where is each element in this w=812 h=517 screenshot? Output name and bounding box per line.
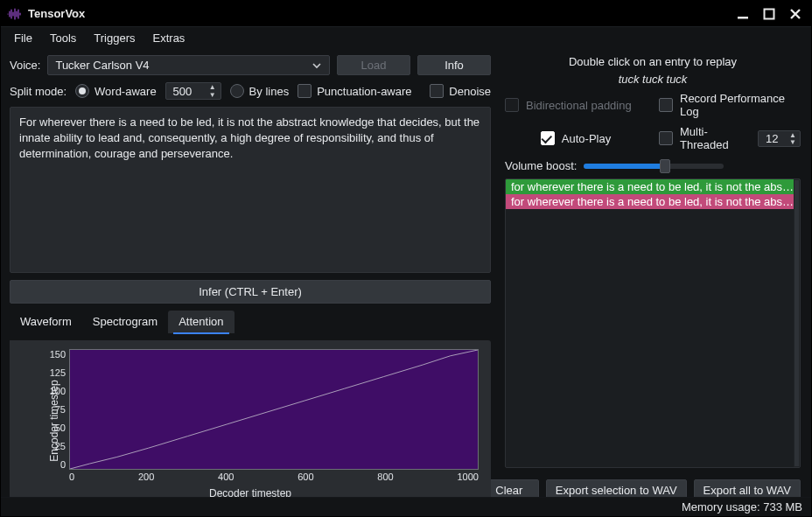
history-list[interactable]: for wherever there is a need to be led, … <box>505 178 801 468</box>
tab-attention[interactable]: Attention <box>168 311 234 333</box>
chart-xlabel: Decoder timestep <box>209 487 291 497</box>
opt-record-perf: Record Performance Log <box>659 92 801 118</box>
app-title: TensorVox <box>28 7 85 20</box>
menu-tools[interactable]: Tools <box>42 30 84 46</box>
minimize-button[interactable] <box>732 5 753 23</box>
opt-auto-play: Auto-Play <box>505 131 647 145</box>
radio-by-lines[interactable] <box>230 84 244 98</box>
volume-handle[interactable] <box>660 159 670 173</box>
chevron-up-icon[interactable]: ▲ <box>206 83 219 91</box>
split-by-lines-group: By lines <box>230 84 290 98</box>
right-panel: Double click on an entry to replay tuck … <box>498 48 811 497</box>
svg-rect-9 <box>765 9 774 18</box>
voice-row: Voice: Tucker Carlson V4 Load Info <box>10 55 491 75</box>
info-button[interactable]: Info <box>417 55 491 75</box>
export-selection-button[interactable]: Export selection to WAV <box>546 479 687 497</box>
check-bidi-padding[interactable] <box>505 98 519 112</box>
load-button[interactable]: Load <box>337 55 410 75</box>
menu-file[interactable]: File <box>6 30 40 46</box>
menu-triggers[interactable]: Triggers <box>86 30 143 46</box>
bottom-buttons: Clear Export selection to WAV Export all… <box>505 479 801 497</box>
denoise-group: Denoise <box>430 84 491 98</box>
volume-label: Volume boost: <box>505 159 577 172</box>
attention-chart: Encoder timestep Decoder timestep 150125… <box>10 340 491 497</box>
viz-tabs: Waveform Spectrogram Attention <box>10 311 491 333</box>
split-word-aware-group: Word-aware <box>75 84 157 98</box>
opt-multi-threaded: Multi-Threaded ▲ ▼ <box>659 125 801 151</box>
window-controls <box>732 5 806 23</box>
record-perf-label: Record Performance Log <box>680 92 801 118</box>
memory-usage: Memory usage: 733 MB <box>682 500 802 514</box>
infer-button[interactable]: Infer (CTRL + Enter) <box>10 280 491 304</box>
volume-fill <box>584 164 665 169</box>
multi-threaded-spin[interactable]: ▲ ▼ <box>758 130 801 147</box>
check-record-perf[interactable] <box>659 98 673 112</box>
chart-plot <box>69 349 479 470</box>
tab-waveform[interactable]: Waveform <box>10 311 82 333</box>
text-input[interactable]: For wherever there is a need to be led, … <box>10 107 491 273</box>
app-window: TensorVox File Tools Triggers Extras Voi… <box>0 0 812 517</box>
close-button[interactable] <box>785 5 806 23</box>
statusbar: Memory usage: 733 MB <box>1 497 811 516</box>
titlebar: TensorVox <box>1 1 811 27</box>
voice-label: Voice: <box>10 59 40 72</box>
word-aware-label: Word-aware <box>94 85 157 98</box>
export-all-button[interactable]: Export all to WAV <box>694 479 801 497</box>
menubar: File Tools Triggers Extras <box>1 27 811 48</box>
volume-row: Volume boost: <box>505 159 801 172</box>
spinner-buttons[interactable]: ▲ ▼ <box>206 83 219 99</box>
bidi-padding-label: Bidirectional padding <box>526 99 632 112</box>
left-panel: Voice: Tucker Carlson V4 Load Info Split… <box>1 48 498 497</box>
spinner-buttons[interactable]: ▲ ▼ <box>788 131 798 145</box>
voice-selected: Tucker Carlson V4 <box>55 59 149 72</box>
chevron-down-icon <box>312 60 322 71</box>
volume-slider[interactable] <box>584 164 724 169</box>
punct-aware-label: Punctuation-aware <box>317 85 411 98</box>
by-lines-label: By lines <box>249 85 290 98</box>
history-item[interactable]: for wherever there is a need to be led, … <box>506 179 800 194</box>
text-input-content: For wherever there is a need to be led, … <box>19 115 480 160</box>
check-auto-play[interactable] <box>541 131 555 145</box>
word-aware-number[interactable]: ▲ ▼ <box>165 82 221 100</box>
list-scrollbar[interactable] <box>794 179 800 467</box>
svg-rect-8 <box>738 17 748 19</box>
menu-extras[interactable]: Extras <box>145 30 193 46</box>
chevron-down-icon[interactable]: ▼ <box>206 91 219 99</box>
check-denoise[interactable] <box>430 84 444 98</box>
word-aware-number-input[interactable] <box>172 84 203 99</box>
multi-threaded-input[interactable] <box>764 131 785 146</box>
replay-hint-subtitle: tuck tuck tuck <box>505 73 801 86</box>
split-punct-group: Punctuation-aware <box>298 84 411 98</box>
voice-select[interactable]: Tucker Carlson V4 <box>47 55 330 75</box>
chart-yticks: 1501251007550250 <box>41 349 66 470</box>
radio-word-aware[interactable] <box>75 84 89 98</box>
maximize-button[interactable] <box>759 5 780 23</box>
auto-play-label: Auto-Play <box>562 132 611 145</box>
opt-bidi-padding: Bidirectional padding <box>505 98 647 112</box>
check-multi-threaded[interactable] <box>659 131 673 145</box>
tab-spectrogram[interactable]: Spectrogram <box>82 311 168 333</box>
split-mode-row: Split mode: Word-aware ▲ ▼ By lines <box>10 82 491 100</box>
body: Voice: Tucker Carlson V4 Load Info Split… <box>1 48 811 497</box>
replay-hint: Double click on an entry to replay <box>505 55 801 68</box>
multi-threaded-label: Multi-Threaded <box>680 125 751 151</box>
split-label: Split mode: <box>10 85 66 98</box>
history-item[interactable]: for wherever there is a need to be led, … <box>506 194 800 209</box>
denoise-label: Denoise <box>449 85 491 98</box>
chart-xticks: 02004006008001000 <box>69 472 479 484</box>
check-punctuation-aware[interactable] <box>298 84 312 98</box>
app-icon <box>6 6 22 22</box>
chevron-down-icon[interactable]: ▼ <box>788 138 798 145</box>
options-grid: Bidirectional padding Record Performance… <box>505 92 801 151</box>
